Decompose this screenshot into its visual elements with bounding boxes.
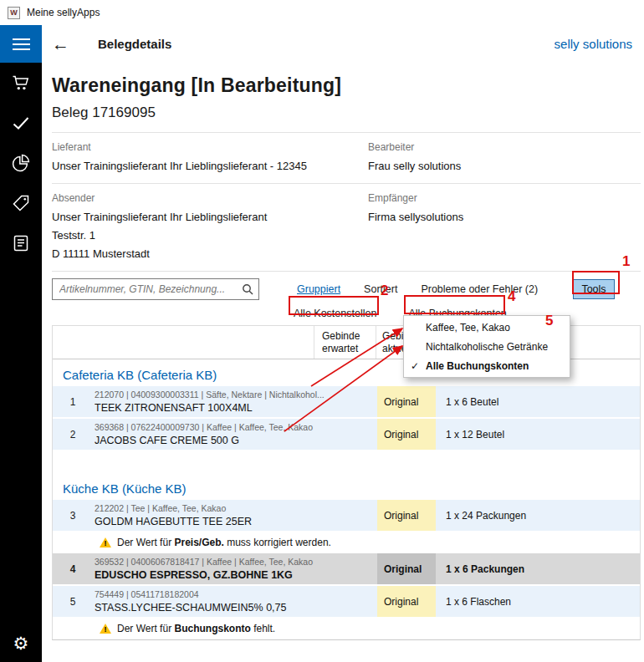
price-tag-icon[interactable] [0, 183, 42, 223]
warning-icon [100, 624, 111, 634]
status-cell[interactable]: Original [377, 386, 436, 417]
column-header-gebinde-erwartet[interactable]: Gebindeerwartet [322, 330, 360, 355]
sidebar: ⚙ [0, 25, 42, 662]
column-separator [376, 326, 376, 359]
lieferant-value: Unser Trainingslieferant Ihr Lieblingsli… [52, 157, 351, 176]
warning-text: Der Wert für Buchungskonto fehlt. [117, 623, 275, 634]
page-title: Belegdetails [98, 37, 171, 51]
search-input[interactable] [52, 278, 259, 300]
article-meta: 754449 | 05411718182004 [95, 589, 372, 599]
field-row-1: Lieferant Unser Trainingslieferant Ihr L… [52, 133, 641, 183]
brand-text: selly solutions [555, 37, 632, 51]
tab-sortiert[interactable]: Sortiert [364, 283, 397, 295]
row-number: 4 [53, 553, 93, 584]
row-number: 3 [53, 500, 93, 531]
status-cell[interactable]: Original [377, 500, 436, 531]
status-badge: Original [377, 386, 436, 417]
warning-row: Der Wert für Buchungskonto fehlt. [53, 619, 640, 639]
field-row-2: Absender Unser Trainingslieferant Ihr Li… [52, 184, 641, 271]
article-name: TEEK ZITRONENSAFT 100X4ML [95, 402, 372, 414]
absender-label: Absender [52, 192, 351, 204]
row-description: 212202 | Tee | Kaffee, Tee, Kakao GOLDM … [93, 500, 377, 531]
gear-icon[interactable]: ⚙ [0, 625, 42, 662]
titlebar: W Meine sellyApps [0, 0, 644, 25]
app-window: W Meine sellyApps ⚙ ← Belegdetails selly… [0, 0, 644, 662]
app-title: Meine sellyApps [27, 7, 100, 18]
table-row[interactable]: 1 212070 | 04009300003311 | Säfte, Nekta… [53, 386, 640, 419]
row-number: 2 [53, 419, 93, 450]
article-meta: 369368 | 07622400009730 | Kaffee | Kaffe… [95, 422, 372, 432]
article-meta: 212070 | 04009300003311 | Säfte, Nektare… [95, 390, 372, 400]
checkmark-icon[interactable] [0, 103, 42, 143]
empfaenger-value: Firma sellysolutions [368, 208, 641, 227]
warning-icon [100, 537, 111, 547]
article-name: STASS.LYCHEE-SCHAUMWEIN5% 0,75 [95, 602, 372, 614]
status-badge: Original [377, 419, 436, 450]
article-name: EDUSCHO ESPRESSO, GZ.BOHNE 1KG [95, 569, 372, 581]
back-arrow-button[interactable]: ← [52, 34, 77, 54]
absender-line1: Unser Trainingslieferant Ihr Lieblingsli… [52, 208, 351, 227]
table-row[interactable]: 3 212202 | Tee | Kaffee, Tee, Kakao GOLD… [53, 500, 640, 532]
buchungskonten-dropdown-menu: Kaffee, Tee, Kakao Nichtalkoholische Get… [403, 315, 570, 378]
row-number: 1 [53, 386, 93, 417]
quantity-cell: 1 x 12 Beutel [436, 419, 640, 450]
kostenstellen-dropdown[interactable]: Alle Kostenstellen [294, 308, 376, 319]
app-logo-icon: W [8, 7, 20, 19]
row-description: 212070 | 04009300003311 | Säfte, Nektare… [93, 386, 377, 417]
table-row-selected[interactable]: 4 369532 | 04006067818417 | Kaffee | Kaf… [53, 553, 640, 586]
bearbeiter-value: Frau selly solutions [368, 157, 641, 176]
empfaenger-label: Empfänger [368, 192, 641, 204]
document-number: Beleg 17169095 [52, 104, 641, 121]
cart-icon[interactable] [0, 63, 42, 103]
article-meta: 369532 | 04006067818417 | Kaffee | Kaffe… [95, 557, 372, 567]
status-badge: Original [377, 500, 436, 531]
status-badge: Original [377, 553, 436, 584]
search-icon [242, 283, 253, 298]
ledger-icon[interactable] [0, 223, 42, 263]
table-row[interactable]: 5 754449 | 05411718182004 STASS.LYCHEE-S… [53, 586, 640, 619]
document-title: Wareneingang [In Bearbeitung] [52, 74, 641, 97]
menu-item-alle-buchungskonten[interactable]: ✓ Alle Buchungskonten [404, 356, 570, 375]
sidebar-spacer [0, 263, 42, 625]
toolbar: Gruppiert Sortiert Probleme oder Fehler … [52, 278, 641, 300]
quantity-cell: 1 x 6 Beutel [436, 386, 640, 417]
status-cell[interactable]: Original [377, 419, 436, 450]
quantity-cell: 1 x 6 Packungen [436, 553, 640, 584]
absender-line2: Teststr. 1 [52, 227, 351, 245]
warning-text: Der Wert für Preis/Geb. muss korrigiert … [117, 537, 331, 548]
bearbeiter-label: Bearbeiter [368, 141, 641, 153]
menu-item-nichtalkoholische-getraenke[interactable]: Nichtalkoholische Getränke [404, 337, 570, 356]
article-name: JACOBS CAFE CREME 500 G [95, 435, 372, 446]
tools-button[interactable]: Tools [573, 279, 615, 299]
row-description: 369532 | 04006067818417 | Kaffee | Kaffe… [93, 553, 377, 584]
divider [52, 271, 641, 272]
row-number: 5 [53, 586, 93, 617]
tab-gruppiert[interactable]: Gruppiert [297, 283, 340, 295]
search-box [52, 278, 259, 300]
pie-chart-icon[interactable] [0, 143, 42, 183]
group-header-kueche: Küche KB (Küche KB) [53, 451, 640, 500]
status-cell[interactable]: Original [377, 553, 436, 584]
article-name: GOLDM HAGEBUTTE TEE 25ER [95, 516, 372, 527]
check-icon: ✓ [411, 360, 419, 372]
status-cell[interactable]: Original [377, 586, 436, 617]
warning-row: Der Wert für Preis/Geb. muss korrigiert … [53, 532, 640, 553]
quantity-cell: 1 x 6 Flaschen [436, 586, 640, 617]
status-badge: Original [377, 586, 436, 617]
row-description: 369368 | 07622400009730 | Kaffee | Kaffe… [93, 419, 377, 450]
absender-line3: D 11111 Musterstadt [52, 245, 351, 263]
menu-item-kaffee-tee-kakao[interactable]: Kaffee, Tee, Kakao [404, 318, 570, 337]
page-header: ← Belegdetails selly solutions [42, 25, 644, 63]
tab-probleme-oder-fehler[interactable]: Probleme oder Fehler (2) [421, 283, 538, 295]
column-separator [314, 326, 314, 359]
hamburger-menu-button[interactable] [0, 25, 42, 63]
quantity-cell: 1 x 24 Packungen [436, 500, 640, 531]
row-description: 754449 | 05411718182004 STASS.LYCHEE-SCH… [93, 586, 377, 617]
table-row[interactable]: 2 369368 | 07622400009730 | Kaffee | Kaf… [53, 419, 640, 451]
lieferant-label: Lieferant [52, 141, 351, 153]
article-meta: 212202 | Tee | Kaffee, Tee, Kakao [95, 503, 372, 513]
